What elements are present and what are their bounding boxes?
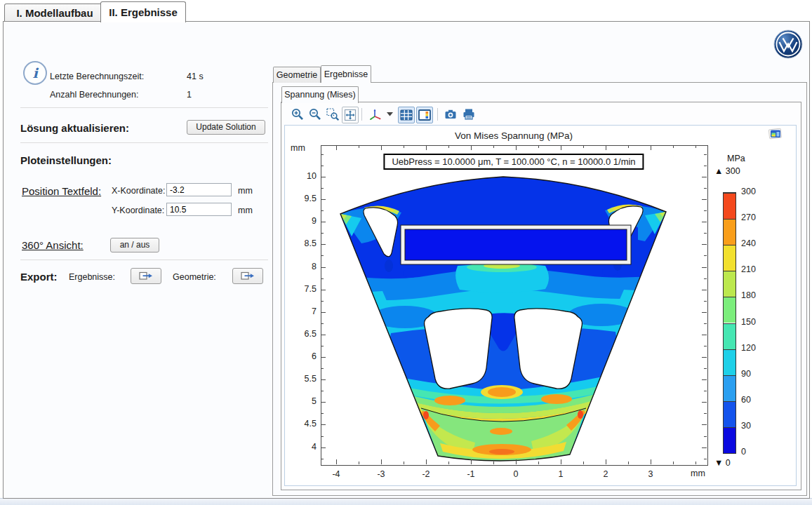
axis-orientation-icon[interactable] xyxy=(367,107,385,122)
computation-count-label: Anzahl Berechnungen: xyxy=(50,90,138,100)
separator xyxy=(20,107,268,108)
y-tick xyxy=(321,323,324,324)
x-tick xyxy=(673,462,674,464)
x-tick xyxy=(336,459,337,464)
colorbar-tick-label: 180 xyxy=(741,290,756,300)
y-coordinate-input[interactable] xyxy=(166,203,232,216)
y-tick xyxy=(321,402,326,403)
y-tick xyxy=(321,154,324,155)
computation-count-value: 1 xyxy=(187,90,192,100)
y-tick xyxy=(321,290,326,290)
zoom-extents-icon[interactable] xyxy=(342,107,359,123)
legend-toggle-icon[interactable] xyxy=(416,107,433,123)
x-tick-label: 3 xyxy=(640,469,661,479)
zoom-out-icon[interactable] xyxy=(307,107,323,122)
x-tick xyxy=(516,459,517,464)
y-tick xyxy=(704,166,707,166)
x-tick xyxy=(538,145,539,148)
colorbar-tick-label: 60 xyxy=(741,395,751,405)
tab-ergebnisse-label: II. Ergebnisse xyxy=(109,6,178,18)
y-tick xyxy=(704,301,707,302)
x-tick xyxy=(426,145,427,150)
y-tick xyxy=(704,413,707,414)
y-tick xyxy=(702,424,707,425)
export-arrow-icon xyxy=(139,271,153,281)
colorbar-tick-label: 120 xyxy=(741,343,756,353)
x-tick xyxy=(695,145,696,148)
zoom-box-icon[interactable] xyxy=(325,107,340,122)
update-solution-button[interactable]: Update Solution xyxy=(187,120,265,135)
tab-ergebnisse[interactable]: II. Ergebnisse xyxy=(100,1,186,22)
y-tick xyxy=(704,368,707,369)
tab-spannung-mises-label: Spannung (Mises) xyxy=(284,90,355,100)
x-coordinate-input[interactable] xyxy=(166,183,232,196)
x-tick-label: 2 xyxy=(595,469,616,479)
y-tick xyxy=(321,312,326,313)
colorbar-tick-label: 30 xyxy=(741,421,751,431)
export-arrow-icon xyxy=(241,271,255,281)
y-tick xyxy=(321,166,324,166)
y-tick xyxy=(321,233,324,234)
x-tick xyxy=(561,145,561,150)
camera-icon[interactable] xyxy=(443,107,458,122)
colorbar-tick-label: 240 xyxy=(741,238,756,248)
y-tick-label: 5 xyxy=(287,396,317,406)
y-tick xyxy=(321,357,326,358)
graphics-canvas[interactable]: Von Mises Spannung (MPa) mm mm xyxy=(284,125,797,486)
y-tick xyxy=(321,177,326,177)
x-tick-label: 1 xyxy=(550,469,571,479)
tab-spannung-mises[interactable]: Spannung (Mises) xyxy=(281,86,359,103)
colorbar-tick-label: 0 xyxy=(741,447,746,457)
x-axis-unit: mm xyxy=(691,469,705,478)
colorbar-segment xyxy=(724,323,736,349)
plot-thumbnail-icon[interactable] xyxy=(768,128,783,140)
last-computation-label: Letzte Berechnungszeit: xyxy=(50,72,144,81)
y-tick-label: 4 xyxy=(287,442,317,452)
print-icon[interactable] xyxy=(461,107,477,122)
colorbar-tick-label: 90 xyxy=(741,369,751,379)
export-results-button[interactable] xyxy=(131,268,161,284)
y-tick-label: 10 xyxy=(287,171,317,181)
colorbar xyxy=(723,192,736,454)
y-tick xyxy=(321,199,326,200)
x-tick xyxy=(336,145,337,150)
x-tick xyxy=(695,462,696,464)
y-tick xyxy=(704,188,707,189)
x-tick xyxy=(493,145,494,148)
x-tick xyxy=(606,459,606,464)
grid-toggle-icon[interactable] xyxy=(398,107,415,123)
y-tick xyxy=(321,210,324,211)
y-tick xyxy=(321,391,324,391)
y-tick xyxy=(702,290,707,290)
y-unit-label: mm xyxy=(238,206,253,215)
zoom-in-icon[interactable] xyxy=(290,107,305,122)
x-tick xyxy=(359,145,359,148)
y-tick xyxy=(321,459,324,459)
y-tick-label: 9 xyxy=(287,216,317,226)
y-tick-label: 6 xyxy=(287,351,317,361)
y-tick-label: 9.5 xyxy=(287,194,317,203)
export-geometry-label: Geometrie: xyxy=(173,272,216,282)
dropdown-caret-icon[interactable] xyxy=(385,107,394,122)
y-tick xyxy=(704,154,707,155)
tab-geometrie[interactable]: Geometrie xyxy=(273,67,321,83)
view-360-toggle-button[interactable]: an / aus xyxy=(110,238,159,252)
export-geometry-button[interactable] xyxy=(232,268,263,284)
x-tick xyxy=(448,462,449,464)
export-results-label: Ergebnisse: xyxy=(69,272,115,282)
y-tick xyxy=(321,222,326,222)
y-tick xyxy=(702,199,707,200)
tab-modellaufbau[interactable]: I. Modellaufbau xyxy=(4,4,105,22)
x-tick-label: -1 xyxy=(460,469,481,479)
x-tick xyxy=(628,145,629,148)
y-tick xyxy=(321,278,324,279)
y-tick xyxy=(321,267,326,268)
y-tick xyxy=(321,424,326,425)
x-tick xyxy=(628,462,629,464)
x-tick xyxy=(426,459,427,464)
colorbar-segment xyxy=(724,219,736,245)
x-coordinate-label: X-Koordinate: xyxy=(112,186,165,196)
tab-ergebnisse-graphics[interactable]: Ergebnisse xyxy=(321,65,371,83)
toolbar-separator xyxy=(361,108,362,121)
plot-annotation: UebPress = 10.0000 μm, T = 100.000 °C, n… xyxy=(383,154,644,170)
